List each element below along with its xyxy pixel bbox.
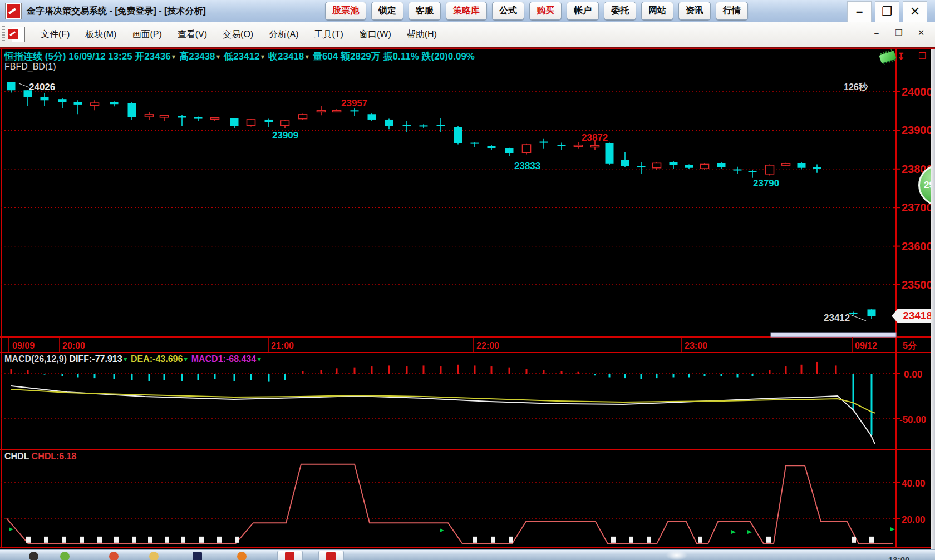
candle-body-down	[41, 97, 49, 101]
restore-button[interactable]: ❐	[875, 1, 899, 22]
candle-body-down	[637, 166, 646, 167]
candle-body-down	[7, 82, 16, 91]
candle-body-down	[230, 118, 239, 126]
taskbar-app-icon[interactable]	[326, 552, 336, 560]
macd-axis-label: -50.00	[899, 414, 926, 425]
macd-header-segment: MACD1:-68.434	[189, 354, 256, 364]
taskbar-app-icon[interactable]	[285, 552, 294, 560]
macd-dea-line	[11, 389, 875, 413]
mdi-restore-button[interactable]: ❐	[893, 27, 905, 39]
titlebar-button-行情[interactable]: 行情	[716, 2, 748, 20]
price-annotation: 24026	[29, 82, 55, 92]
menu-板块(M)[interactable]: 板块(M)	[77, 26, 124, 44]
chdl-bottom-mark	[766, 537, 771, 543]
time-axis-label: 21:00	[271, 341, 294, 350]
taskbar-app-icon[interactable]	[109, 552, 119, 560]
candle-body-up	[574, 145, 583, 147]
horizontal-scrollbar-thumb[interactable]	[771, 333, 896, 337]
price-annotation: 23957	[341, 98, 367, 108]
mdi-minimize-button[interactable]: –	[870, 27, 883, 39]
buy-flag-icon	[747, 530, 752, 537]
taskbar-app-icon[interactable]	[193, 552, 202, 560]
window-controls: –❐✕	[847, 1, 927, 22]
candle-body-up	[247, 120, 255, 125]
mdi-close-button[interactable]: ✕	[915, 27, 927, 39]
annotation-leader	[850, 315, 866, 321]
candle-body-down	[798, 163, 806, 167]
titlebar-button-策略库[interactable]: 策略库	[446, 2, 487, 20]
window-title: 金字塔决策交易系统 - [免费登录] - [技术分析]	[27, 6, 206, 17]
macd-header-segment: DIFF:-77.913	[69, 354, 122, 364]
price-annotation: 23790	[753, 178, 779, 189]
taskbar-app-icon[interactable]	[60, 552, 70, 560]
chdl-bottom-mark	[114, 537, 119, 543]
titlebar-button-客服[interactable]: 客服	[409, 2, 441, 20]
candle-body-up	[299, 115, 307, 119]
menu-工具(T)[interactable]: 工具(T)	[307, 26, 351, 44]
period-label: 5分	[903, 341, 917, 350]
titlebar-button-资讯[interactable]: 资讯	[678, 2, 711, 20]
menu-文件(F)[interactable]: 文件(F)	[33, 26, 77, 44]
current-price-tag: 23418	[892, 308, 934, 324]
annotation-leader	[19, 83, 29, 87]
toolbar-grip-handle[interactable]	[2, 26, 5, 43]
candle-body-down	[734, 169, 742, 170]
titlebar-button-购买[interactable]: 购买	[529, 2, 562, 20]
chdl-header-segment: CHDL	[4, 452, 32, 461]
candle-body-down	[110, 102, 119, 104]
price-annotation: 23412	[824, 313, 850, 323]
chdl-bottom-mark	[165, 537, 169, 543]
taskbar-app-icon[interactable]	[29, 552, 38, 560]
chart-area[interactable]: 恒指连续 (5分) 16/09/12 13:25 开23436▼ 高23438▼…	[0, 47, 935, 549]
candle-body-down	[540, 142, 548, 143]
macd-header-segment: ▼	[256, 356, 262, 363]
candle-body-down	[558, 145, 566, 146]
titlebar-button-公式[interactable]: 公式	[492, 2, 524, 20]
candle-body-down	[368, 114, 376, 120]
taskbar-app-icon[interactable]	[237, 552, 247, 560]
menu-交易(O)[interactable]: 交易(O)	[215, 26, 261, 44]
taskbar-app-icon[interactable]	[149, 552, 159, 560]
candle-body-down	[606, 143, 614, 164]
candle-body-down	[813, 167, 821, 169]
candle-body-up	[523, 145, 531, 153]
titlebar-button-帐户[interactable]: 帐户	[567, 2, 599, 20]
chdl-bottom-mark	[698, 537, 702, 543]
candle-body-up	[782, 163, 790, 165]
menu-分析(A)[interactable]: 分析(A)	[261, 26, 306, 44]
candle-body-up	[701, 164, 709, 169]
candle-body-down	[488, 146, 496, 148]
document-logo-icon	[12, 27, 25, 42]
chdl-axis-label: 40.00	[902, 478, 926, 489]
buy-flag-icon	[9, 527, 13, 534]
titlebar-button-网站[interactable]: 网站	[641, 2, 673, 20]
macd-header-segment: DEA:-43.696	[129, 354, 183, 364]
chdl-bottom-mark	[80, 537, 84, 543]
vertical-scrollbar[interactable]	[931, 49, 935, 549]
menu-查看(V)[interactable]: 查看(V)	[170, 26, 215, 44]
title-bar: 金字塔决策交易系统 - [免费登录] - [技术分析] 股票池锁定客服策略库公式…	[0, 0, 935, 22]
time-axis-label: 20:00	[62, 341, 85, 350]
app-logo-icon	[6, 3, 21, 19]
chdl-bottom-mark	[491, 537, 495, 543]
candle-body-down	[471, 143, 479, 144]
download-arrow-icon[interactable]: ↧	[897, 51, 905, 62]
titlebar-button-锁定[interactable]: 锁定	[371, 2, 403, 20]
candle-body-up	[317, 110, 326, 112]
titlebar-button-委托[interactable]: 委托	[604, 2, 636, 20]
candle-body-down	[437, 125, 445, 126]
minimize-button[interactable]: –	[847, 1, 872, 22]
price-chart-canvas[interactable]: 240002390023800237002360023500126秒240262…	[0, 47, 935, 549]
candle-body-down	[178, 116, 186, 118]
titlebar-button-股票池[interactable]: 股票池	[325, 2, 366, 20]
macd-header: MACD(26,12,9) DIFF:-77.913▼ DEA:-43.696▼…	[4, 354, 262, 364]
candle-body-down	[128, 103, 136, 117]
chdl-line	[7, 464, 893, 544]
candle-body-down	[351, 110, 359, 111]
windows-taskbar[interactable]: 13:00	[0, 549, 935, 560]
menu-帮助(H)[interactable]: 帮助(H)	[399, 26, 445, 44]
menu-画面(P)[interactable]: 画面(P)	[124, 26, 169, 44]
copy-window-icon[interactable]: ❐	[918, 51, 926, 61]
close-button[interactable]: ✕	[903, 1, 927, 22]
menu-窗口(W)[interactable]: 窗口(W)	[351, 26, 399, 44]
